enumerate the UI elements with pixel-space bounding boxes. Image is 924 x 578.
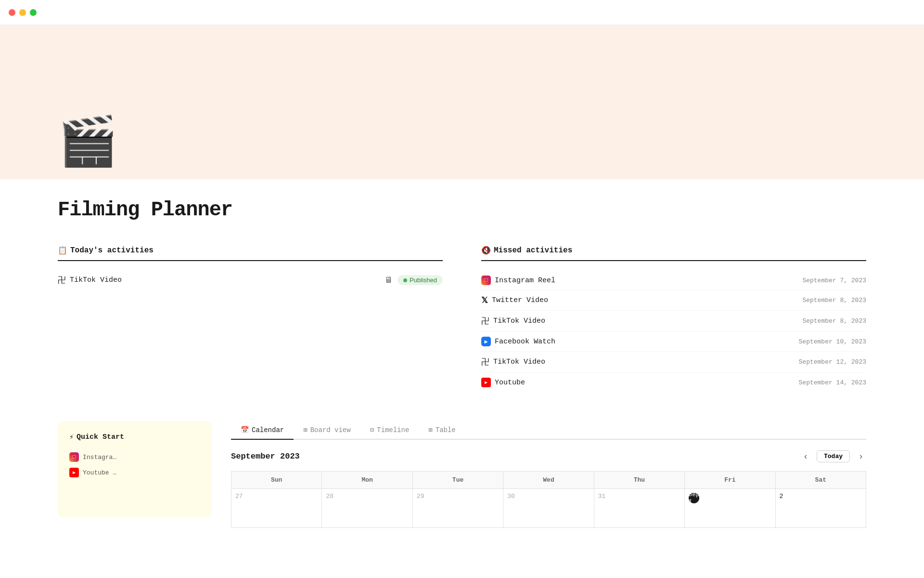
missed-left: 𝕏 Twitter Video	[481, 295, 548, 305]
day-header-tue: Tue	[413, 472, 503, 488]
calendar-tab-icon: 📅	[241, 426, 249, 434]
tab-table[interactable]: ⊞ Table	[419, 421, 465, 440]
missed-activities-panel: 🔇 Missed activities □ Instagram Reel Sep…	[481, 246, 866, 392]
cal-cell-29[interactable]: 29	[413, 489, 503, 527]
cal-cell-sep1[interactable]: Sep 1	[685, 489, 775, 527]
day-header-sun: Sun	[231, 472, 321, 488]
instagram-icon: □	[481, 276, 491, 285]
tab-timeline[interactable]: ⊟ Timeline	[360, 421, 419, 440]
today-activities-heading: 📋 Today's activities	[58, 246, 443, 261]
facebook-icon: ▶	[481, 337, 491, 346]
tiktok-icon: 卍	[58, 275, 66, 286]
missed-row[interactable]: □ Instagram Reel September 7, 2023	[481, 271, 866, 290]
day-header-mon: Mon	[322, 472, 412, 488]
monitor-icon: 🖥	[385, 276, 393, 285]
quick-start-card: ⚡ Quick Start □ Instagra… ▶ Youtube …	[58, 421, 212, 517]
calendar-month-label: September 2023	[231, 452, 300, 461]
next-month-button[interactable]: ›	[856, 449, 866, 463]
view-tabs: 📅 Calendar ⊞ Board view ⊟ Timeline ⊞ Tab…	[231, 421, 866, 440]
prev-month-button[interactable]: ‹	[800, 449, 811, 463]
today-activities-panel: 📋 Today's activities 卍 TikTok Video 🖥 Pu…	[58, 246, 443, 392]
missed-left: ▶ Youtube	[481, 378, 525, 387]
tab-calendar[interactable]: 📅 Calendar	[231, 421, 294, 440]
calendar-section: 📅 Calendar ⊞ Board view ⊟ Timeline ⊞ Tab…	[231, 421, 866, 528]
missed-row[interactable]: ▶ Facebook Watch September 10, 2023	[481, 332, 866, 352]
twitter-icon: 𝕏	[481, 295, 488, 305]
day-header-wed: Wed	[503, 472, 593, 488]
missed-row[interactable]: 卍 TikTok Video September 8, 2023	[481, 311, 866, 332]
activity-label: TikTok Video	[70, 276, 122, 284]
day-header-fri: Fri	[685, 472, 775, 488]
cal-cell-2[interactable]: 2	[776, 489, 866, 527]
youtube-icon: ▶	[69, 468, 79, 477]
close-button[interactable]	[9, 9, 15, 16]
day-header-thu: Thu	[594, 472, 684, 488]
activity-right: 🖥 Published	[385, 275, 443, 285]
cal-cell-28[interactable]: 28	[322, 489, 412, 527]
missed-icon: 🔇	[481, 246, 491, 255]
quick-start-item-youtube[interactable]: ▶ Youtube …	[69, 465, 200, 480]
quick-start-item-instagram[interactable]: □ Instagra…	[69, 449, 200, 465]
missed-activities-heading: 🔇 Missed activities	[481, 246, 866, 261]
tiktok-icon: 卍	[481, 356, 489, 368]
cal-cell-30[interactable]: 30	[503, 489, 593, 527]
activities-section: 📋 Today's activities 卍 TikTok Video 🖥 Pu…	[58, 246, 866, 392]
timeline-tab-icon: ⊟	[370, 426, 374, 434]
cal-cell-27[interactable]: 27	[231, 489, 321, 527]
missed-left: ▶ Facebook Watch	[481, 337, 555, 346]
cal-cell-31[interactable]: 31	[594, 489, 684, 527]
missed-left: 卍 TikTok Video	[481, 315, 545, 327]
missed-row[interactable]: 卍 TikTok Video September 12, 2023	[481, 352, 866, 373]
status-dot	[403, 278, 407, 282]
calendar-grid: Sun Mon Tue Wed Thu Fri Sat 27 28 29 30 …	[231, 471, 866, 528]
quick-start-title: ⚡ Quick Start	[69, 433, 200, 442]
minimize-button[interactable]	[19, 9, 26, 16]
page-title: Filming Planner	[58, 198, 866, 222]
status-badge: Published	[398, 275, 443, 285]
instagram-icon: □	[69, 452, 79, 462]
today-icon: 📋	[58, 246, 67, 255]
table-tab-icon: ⊞	[428, 426, 432, 434]
maximize-button[interactable]	[30, 9, 37, 16]
board-tab-icon: ⊞	[303, 426, 307, 434]
titlebar	[0, 0, 924, 25]
tiktok-icon: 卍	[481, 315, 489, 327]
missed-row[interactable]: 𝕏 Twitter Video September 8, 2023	[481, 290, 866, 311]
app-icon: 🎬	[58, 117, 118, 165]
activity-left: 卍 TikTok Video	[58, 275, 122, 286]
missed-left: □ Instagram Reel	[481, 276, 555, 285]
lightning-icon: ⚡	[69, 433, 74, 442]
day-header-sat: Sat	[776, 472, 866, 488]
main-content: Filming Planner 📋 Today's activities 卍 T…	[0, 179, 924, 528]
today-activity-row[interactable]: 卍 TikTok Video 🖥 Published	[58, 271, 443, 289]
today-button[interactable]: Today	[817, 450, 850, 462]
missed-row[interactable]: ▶ Youtube September 14, 2023	[481, 373, 866, 392]
youtube-icon: ▶	[481, 378, 491, 387]
tab-board-view[interactable]: ⊞ Board view	[294, 421, 360, 440]
hero-banner: 🎬	[0, 25, 924, 179]
calendar-header: September 2023 ‹ Today ›	[231, 449, 866, 463]
calendar-nav: ‹ Today ›	[800, 449, 866, 463]
missed-left: 卍 TikTok Video	[481, 356, 545, 368]
bottom-section: ⚡ Quick Start □ Instagra… ▶ Youtube … 📅 …	[58, 421, 866, 528]
